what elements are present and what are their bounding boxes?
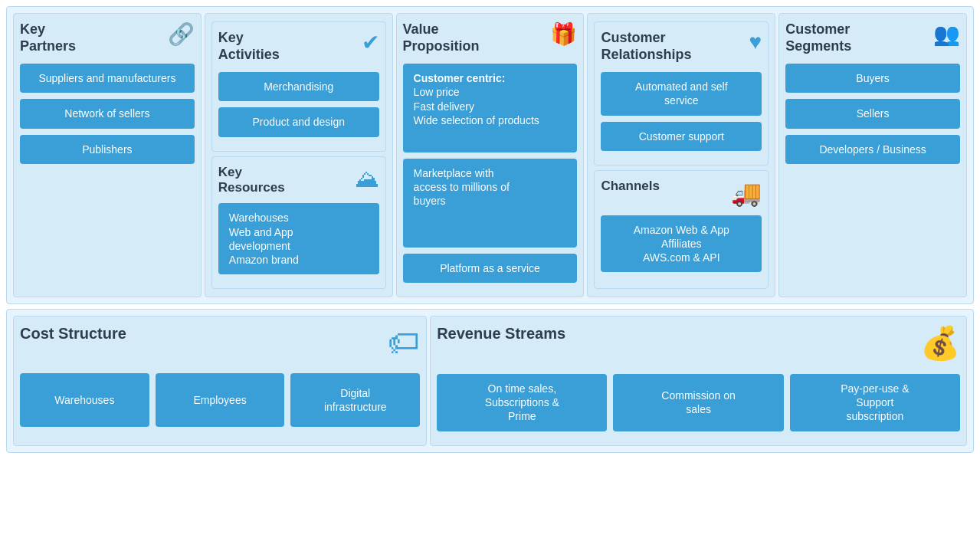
- cost-card-2: Employees: [156, 373, 285, 427]
- channels-section: Channels 🚚 Amazon Web & AppAffiliatesAWS…: [594, 170, 769, 289]
- gift-icon: 🎁: [550, 21, 577, 47]
- cr-card-1: Automated and selfservice: [601, 72, 762, 115]
- tag-icon: 🏷: [388, 324, 420, 361]
- key-resources-card: Warehouses Web and App development Amazo…: [218, 203, 379, 274]
- cs-card-1: Buyers: [785, 64, 960, 93]
- value-proposition-column: ValueProposition 🎁 Customer centric: Low…: [396, 13, 585, 297]
- revenue-card-3: Pay-per-use &Supportsubscription: [790, 374, 960, 431]
- cost-card-1: Warehouses: [20, 373, 149, 427]
- cost-card-3: Digitalinfrastructure: [290, 373, 420, 427]
- cost-structure-header: Cost Structure 🏷: [20, 324, 420, 361]
- revenue-streams-header: Revenue Streams 💰: [437, 324, 960, 362]
- checkmark-icon: ✔: [362, 30, 379, 55]
- heart-icon: ♥: [749, 30, 762, 54]
- key-activities-section: KeyActivities ✔ Merchandising Product an…: [211, 21, 386, 152]
- channels-header: Channels 🚚: [601, 179, 762, 208]
- cs-card-2: Sellers: [785, 99, 960, 128]
- revenue-streams-title: Revenue Streams: [437, 324, 565, 343]
- value-prop-text: Low priceFast deliveryWide selection of …: [414, 86, 539, 126]
- cost-structure-title: Cost Structure: [20, 324, 126, 343]
- cr-card-2: Customer support: [601, 122, 762, 151]
- key-activities-column: KeyActivities ✔ Merchandising Product an…: [205, 13, 393, 297]
- customer-relationships-section: CustomerRelationships ♥ Automated and se…: [594, 21, 769, 166]
- cost-structure-column: Cost Structure 🏷 Warehouses Employees Di…: [13, 316, 427, 446]
- channels-title: Channels: [601, 179, 660, 194]
- cs-card-3: Developers / Business: [785, 135, 960, 164]
- key-partners-title: KeyPartners: [20, 21, 76, 54]
- money-bag-icon: 💰: [920, 324, 960, 362]
- top-section: KeyPartners 🔗 Suppliers and manufacturer…: [6, 6, 974, 304]
- truck-icon: 🚚: [731, 179, 762, 208]
- key-partners-header: KeyPartners 🔗: [20, 21, 195, 54]
- link-icon: 🔗: [168, 21, 195, 47]
- revenue-card-2: Commission onsales: [613, 374, 783, 431]
- key-activities-title: KeyActivities: [218, 30, 280, 63]
- customer-relationships-header: CustomerRelationships ♥: [601, 30, 762, 63]
- mountain-icon: ⛰: [355, 165, 379, 193]
- key-activities-header: KeyActivities ✔: [218, 30, 379, 63]
- key-activities-card-2: Product and design: [218, 107, 379, 136]
- value-prop-card-1: Customer centric: Low priceFast delivery…: [403, 64, 578, 153]
- channels-card: Amazon Web & AppAffiliatesAWS.com & API: [601, 215, 762, 273]
- business-model-canvas: KeyPartners 🔗 Suppliers and manufacturer…: [6, 6, 974, 453]
- customer-relationships-column: CustomerRelationships ♥ Automated and se…: [587, 13, 775, 297]
- key-partners-card-2: Network of sellers: [20, 99, 195, 128]
- key-resources-header: KeyResources ⛰: [218, 165, 379, 196]
- value-prop-card-2: Marketplace withaccess to millions ofbuy…: [403, 159, 578, 248]
- customer-relationships-title: CustomerRelationships: [601, 30, 691, 63]
- value-proposition-header: ValueProposition 🎁: [403, 21, 578, 54]
- bottom-section: Cost Structure 🏷 Warehouses Employees Di…: [6, 309, 974, 453]
- cost-structure-items: Warehouses Employees Digitalinfrastructu…: [20, 373, 420, 433]
- key-activities-card-1: Merchandising: [218, 72, 379, 101]
- key-partners-card-3: Publishers: [20, 135, 195, 164]
- customer-segments-column: CustomerSegments 👥 Buyers Sellers Develo…: [778, 13, 967, 297]
- key-partners-card-1: Suppliers and manufacturers: [20, 64, 195, 93]
- customer-segments-title: CustomerSegments: [785, 21, 851, 54]
- value-prop-bold: Customer centric:: [414, 72, 506, 84]
- key-resources-section: KeyResources ⛰ Warehouses Web and App de…: [211, 156, 386, 290]
- key-partners-column: KeyPartners 🔗 Suppliers and manufacturer…: [13, 13, 202, 297]
- revenue-card-1: On time sales,Subscriptions &Prime: [437, 374, 607, 431]
- people-icon: 👥: [933, 21, 960, 47]
- value-proposition-title: ValueProposition: [403, 21, 480, 54]
- value-prop-card-3: Platform as a service: [403, 254, 578, 283]
- revenue-streams-column: Revenue Streams 💰 On time sales,Subscrip…: [430, 316, 967, 446]
- key-resources-title: KeyResources: [218, 165, 285, 196]
- revenue-streams-items: On time sales,Subscriptions &Prime Commi…: [437, 374, 960, 438]
- customer-segments-header: CustomerSegments 👥: [785, 21, 960, 54]
